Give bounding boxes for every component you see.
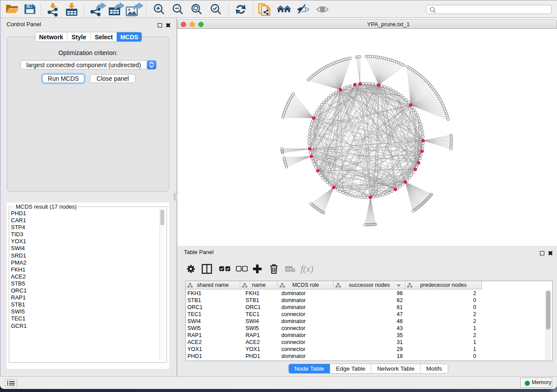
- svg-text:f(x): f(x): [301, 264, 313, 274]
